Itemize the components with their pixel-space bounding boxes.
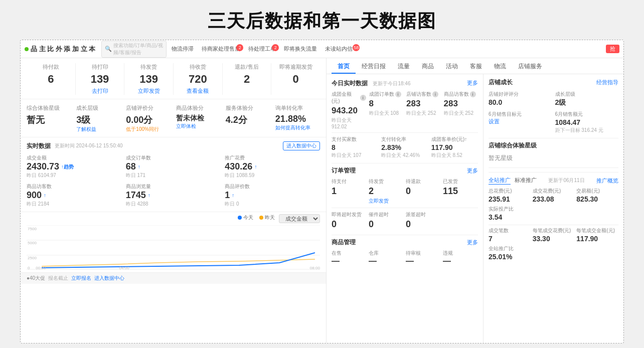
metric-orders: 成交订单数 68 ↑ 昨日 171 [126, 154, 221, 179]
ad-deal-count: 成交笔数 7 [489, 227, 531, 243]
support-avg-order: 成团客单价(元)↑ 117.90 昨日全天 8.52 [431, 136, 478, 159]
enter-data-center-btn[interactable]: 进入数据中心 [283, 141, 320, 150]
svg-text:0: 0 [28, 266, 30, 270]
tab-daily[interactable]: 经营日报 [356, 58, 392, 74]
tab-products[interactable]: 商品 [416, 58, 440, 74]
legend-yesterday-dot [259, 216, 263, 220]
product-row: 在售 — 仓库 — 待审核 — [332, 250, 478, 266]
svg-text:2500: 2500 [28, 256, 37, 260]
legend-today-dot [238, 216, 242, 220]
product-warehouse: 仓库 — [369, 250, 404, 266]
svg-text:7500: 7500 [28, 227, 37, 231]
tab-home[interactable]: 首页 [332, 58, 356, 74]
ad-grid-row2: 成交笔数 7 每笔成交花费(元) 33.30 每笔成交金额(元) 117.90 [489, 225, 618, 261]
exp-comprehensive: 综合体验星级 暂无 [27, 104, 71, 133]
gongdan-badge: 2 [272, 44, 279, 51]
exp-score: 店铺评价分 0.00分 低于100%同行 [126, 104, 171, 133]
realtime-header: 实时数据 更新时间 2024-06-12 15:50:40 进入数据中心 [27, 141, 320, 150]
chart-selector[interactable]: 成交金额 [279, 214, 320, 223]
store-rating: 店铺好评评分 80.0 [489, 91, 552, 108]
legend-yesterday: 昨天 [259, 214, 275, 221]
store-guide-link[interactable]: 经营指导 [596, 79, 618, 86]
status-dot [25, 47, 29, 51]
ad-per-deal-amount: 每笔成交金额(元) 117.90 [576, 227, 618, 243]
support-grid: 支付买家数 8 昨日全天 107 支付转化率 2.83% 昨日全天 42.46%… [332, 132, 478, 159]
product-review: 待审核 — [406, 250, 441, 266]
right-main: 今日实时数据 更新于今日18:46 更多 成团金额(元) i [327, 74, 483, 343]
title-area: 三天后数据和第一天数据图 [0, 0, 644, 40]
store-level: 成长层级 2级 [555, 91, 619, 108]
exp-conversion: 询单转化率 21.88% 如何提高转化率 [275, 104, 320, 133]
realtime-section: 实时数据 更新时间 2024-06-12 15:50:40 进入数据中心 成交金… [21, 137, 326, 212]
today-store-visitors: 店铺访客数 i 283 昨日全天 252 [406, 91, 441, 129]
logo: 品 主 比 外 添 加 立 本 [31, 45, 95, 54]
tab-store-service[interactable]: 店铺服务 [512, 58, 548, 74]
chart-controls: 今天 昨天 成交金额 [27, 214, 320, 223]
order-sign-timeout: 派签超时 0 [406, 211, 441, 231]
chart-area: 今天 昨天 成交金额 [21, 212, 326, 272]
top-nav: 品 主 比 外 添 加 立 本 🔍 搜索功能/订单/商品/视频/客服/报告 物流… [21, 40, 623, 58]
nav-shouhou[interactable]: 待商家处理售后 2 [199, 45, 243, 53]
svg-text:08:00: 08:00 [310, 266, 320, 270]
search-bar[interactable]: 🔍 搜索功能/订单/商品/视频/客服/报告 [101, 41, 167, 58]
today-grid: 成团金额(元) i 943.20 昨日全天 912.02 成团订单数 i [332, 91, 478, 129]
nav-wuliu[interactable]: 物流停滞 [169, 45, 197, 53]
order-pending-pay: 待支付 1 [332, 178, 367, 205]
today-orders: 成团订单数 i 8 昨日全天 108 [369, 91, 404, 129]
svg-text:04:00: 04:00 [119, 266, 130, 270]
tab-bar: 首页 经营日报 流量 商品 活动 客服 物流 店铺服务 [327, 58, 623, 74]
stats-row: 待付款 6 待打印 139 去打印 待发货 139 立即发货 待收货 720 [21, 58, 326, 99]
experience-row: 综合体验星级 暂无 成长层级 3级 了解权益 店铺评价分 0.00分 低于100… [21, 99, 326, 137]
ad-grid-row1: 总花费(元) 235.91 成交花费(元) 233.08 交易额(元) 825.… [489, 188, 618, 222]
ad-tab-full[interactable]: 全站推广 [489, 177, 511, 185]
legend-today: 今天 [238, 214, 253, 221]
ad-header: 全站推广 标准推广 更新于06月11日 推广概览 [489, 177, 618, 185]
nav-gongdan[interactable]: 待处理工单 2 [245, 45, 279, 53]
store-sidebar: 店铺成长 经营指导 店铺好评评分 80.0 成长层级 2级 6 [483, 74, 623, 343]
ad-section: 全站推广 标准推广 更新于06月11日 推广概览 总花费(元) 235.91 [489, 172, 618, 261]
search-placeholder: 搜索功能/订单/商品/视频/客服/报告 [113, 42, 163, 56]
metric-views: 商品浏览量 1745 ↑ 昨日 4288 [126, 183, 221, 208]
order-section: 订单管理 更多 待支付 1 待发货 2 立即发货 [332, 166, 478, 231]
ad-per-deal-spend: 每笔成交花费(元) 33.30 [533, 227, 575, 243]
store-growth-header: 店铺成长 经营指导 [489, 78, 618, 87]
tab-service[interactable]: 客服 [464, 58, 488, 74]
order-urge-timeout: 催件超时 0 [369, 211, 404, 231]
today-section: 今日实时数据 更新于今日18:46 更多 成团金额(元) i [332, 78, 478, 159]
stat-yuqi: 即将逾期发货 0 [271, 63, 320, 95]
content-area: 待付款 6 待打印 139 去打印 待发货 139 立即发货 待收货 720 [21, 58, 623, 343]
today-amount: 成团金额(元) i 943.20 昨日全天 912.02 [332, 91, 366, 129]
ad-total-spend: 总花费(元) 235.91 [489, 188, 531, 204]
stat-tuikuan: 退款/售后 2 [223, 63, 272, 95]
store-grid: 店铺好评评分 80.0 成长层级 2级 6月销售目标元 设置 6月销售额元 [489, 91, 618, 134]
exp-level: 成长层级 3级 了解权益 [76, 104, 121, 133]
order-timeout-ship: 即将超时发货 0 [332, 211, 367, 231]
bottom-strip: ●40大促 报名截止 立即报名 进入数据中心 [21, 272, 326, 284]
svg-text:00:00: 00:00 [36, 266, 46, 270]
ad-tab-standard[interactable]: 标准推广 [515, 177, 537, 185]
order-shipped: 已发货 115 [443, 178, 478, 205]
store-sales-amount: 6月销售额元 1084.47 距下一目标 316.24 元 [555, 111, 619, 134]
stat-daifukuan: 待付款 6 [27, 63, 76, 95]
right-content: 今日实时数据 更新于今日18:46 更多 成团金额(元) i [327, 74, 623, 343]
ad-tabs: 全站推广 标准推广 [489, 177, 537, 185]
ad-roi: 实际投产比 3.54 [489, 206, 531, 222]
order-grid: 待支付 1 待发货 2 立即发货 待退款 0 [332, 178, 478, 205]
store-sales-target: 6月销售目标元 设置 [489, 111, 552, 134]
tab-activities[interactable]: 活动 [440, 58, 464, 74]
dashboard: 品 主 比 外 添 加 立 本 🔍 搜索功能/订单/商品/视频/客服/报告 物流… [20, 40, 624, 343]
product-section: 商品管理 更多 在售 — 仓库 — [332, 238, 478, 266]
search-icon: 🔍 [105, 46, 112, 52]
tab-logistics[interactable]: 物流 [488, 58, 512, 74]
today-product-visitors: 商品访客数 i 283 昨日全天 252 [444, 91, 478, 129]
promo-btn[interactable]: 抢 [606, 45, 619, 53]
right-panel: 首页 经营日报 流量 商品 活动 客服 物流 店铺服务 今日实时数据 [327, 58, 623, 343]
nav-xiaxi[interactable]: 未读站内信 58 [322, 45, 356, 53]
stat-daifahuo: 待发货 139 立即发货 [124, 63, 174, 95]
metrics-grid: 成交金额 2430.73 ↑趋势 昨日 6104.97 成交订单数 68 ↑ [27, 154, 320, 208]
order-row2: 即将超时发货 0 催件超时 0 派签超时 0 [332, 208, 478, 231]
tab-traffic[interactable]: 流量 [392, 58, 416, 74]
order-pending-ship: 待发货 2 立即发货 [369, 178, 404, 205]
stat-daishohuo: 待收货 720 查看金额 [174, 63, 223, 95]
nav-liuliang[interactable]: 即将换失流量 [281, 45, 320, 53]
